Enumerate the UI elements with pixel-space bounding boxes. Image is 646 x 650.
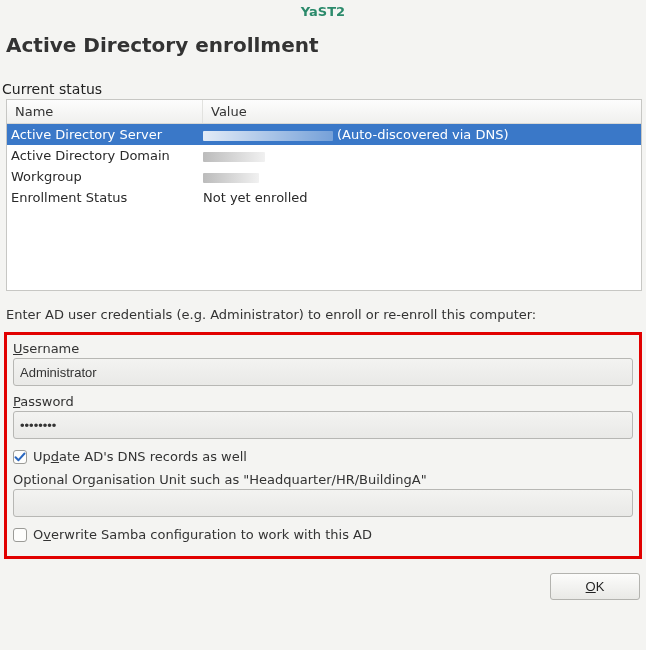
- redacted-value: [203, 131, 333, 141]
- password-input[interactable]: [13, 411, 633, 439]
- cell-name: Enrollment Status: [7, 190, 203, 205]
- org-unit-label: Optional Organisation Unit such as "Head…: [13, 470, 633, 489]
- cell-name: Active Directory Server: [7, 127, 203, 142]
- overwrite-samba-label: Overwrite Samba configuration to work wi…: [33, 527, 372, 542]
- column-header-name[interactable]: Name: [7, 100, 203, 123]
- ok-rest: K: [596, 579, 605, 594]
- yast2-window: YaST2 Active Directory enrollment Curren…: [0, 0, 646, 650]
- org-unit-input[interactable]: [13, 489, 633, 517]
- table-row[interactable]: Workgroup: [7, 166, 641, 187]
- update-dns-row[interactable]: Update AD's DNS records as well: [13, 445, 633, 470]
- cell-value: (Auto-discovered via DNS): [203, 127, 641, 142]
- ok-mnemonic: O: [586, 579, 596, 594]
- highlight-region: Username Password Update AD's DNS record…: [4, 332, 642, 559]
- status-table-header: Name Value: [7, 100, 641, 124]
- username-label: Username: [13, 339, 633, 358]
- credentials-instruction: Enter AD user credentials (e.g. Administ…: [0, 291, 646, 332]
- current-status-label: Current status: [0, 71, 646, 99]
- overwrite-samba-checkbox[interactable]: [13, 528, 27, 542]
- cell-value: [203, 148, 641, 163]
- overwrite-samba-row[interactable]: Overwrite Samba configuration to work wi…: [13, 523, 633, 548]
- update-dns-label: Update AD's DNS records as well: [33, 449, 247, 464]
- value-suffix: (Auto-discovered via DNS): [337, 127, 509, 142]
- table-row[interactable]: Enrollment StatusNot yet enrolled: [7, 187, 641, 208]
- username-label-rest: sername: [23, 341, 80, 356]
- cell-value: Not yet enrolled: [203, 190, 641, 205]
- table-row[interactable]: Active Directory Server(Auto-discovered …: [7, 124, 641, 145]
- status-table-body: Active Directory Server(Auto-discovered …: [7, 124, 641, 290]
- status-table: Name Value Active Directory Server(Auto-…: [6, 99, 642, 291]
- column-header-value[interactable]: Value: [203, 100, 641, 123]
- redacted-value: [203, 152, 265, 162]
- table-row[interactable]: Active Directory Domain: [7, 145, 641, 166]
- button-row: OK: [0, 567, 646, 600]
- cell-name: Workgroup: [7, 169, 203, 184]
- redacted-value: [203, 173, 259, 183]
- username-input[interactable]: [13, 358, 633, 386]
- password-label: Password: [13, 392, 633, 411]
- username-mnemonic: U: [13, 341, 23, 356]
- window-title: YaST2: [0, 0, 646, 25]
- cell-value: [203, 169, 641, 184]
- check-icon: [14, 451, 26, 463]
- ok-button[interactable]: OK: [550, 573, 640, 600]
- value-suffix: Not yet enrolled: [203, 190, 308, 205]
- update-dns-checkbox[interactable]: [13, 450, 27, 464]
- password-label-rest: assword: [20, 394, 73, 409]
- page-heading: Active Directory enrollment: [0, 25, 646, 71]
- cell-name: Active Directory Domain: [7, 148, 203, 163]
